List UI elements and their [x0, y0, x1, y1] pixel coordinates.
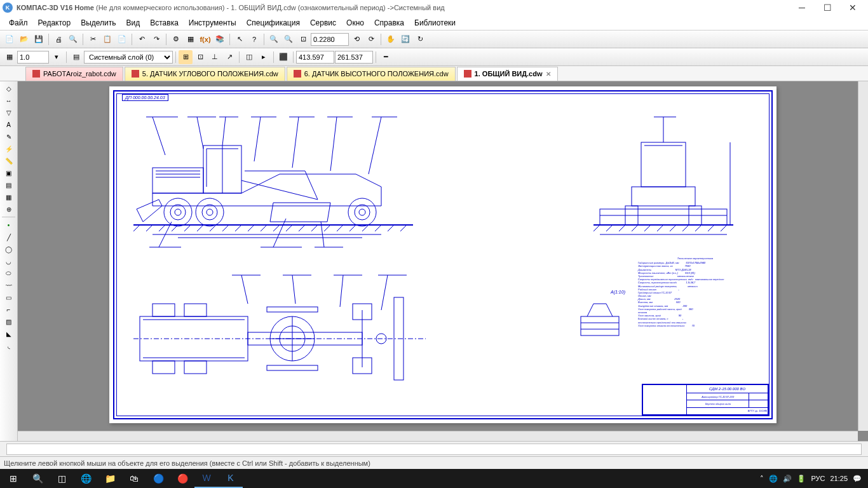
store-icon[interactable]: 🛍	[122, 469, 146, 488]
geometry-tool[interactable]: ◇	[1, 83, 17, 94]
menu-service[interactable]: Сервис	[305, 17, 341, 29]
tab-datchik5[interactable]: 5. ДАТЧИК УГЛОВОГО ПОЛОЖЕНИЯ.cdw	[125, 67, 285, 81]
zoom-next-button[interactable]: ⟳	[364, 32, 378, 46]
line-tool[interactable]: ╱	[1, 231, 17, 243]
stop-button[interactable]: ⬛	[276, 50, 290, 64]
spec-tool[interactable]: ▤	[1, 179, 17, 191]
ortho-button[interactable]: ⊥	[208, 50, 222, 64]
language-indicator[interactable]: РУС	[811, 475, 825, 482]
new-button[interactable]: 📄	[3, 32, 17, 46]
redo-button[interactable]: ↷	[149, 32, 163, 46]
help-button[interactable]: ?	[247, 32, 261, 46]
network-icon[interactable]: 🌐	[769, 475, 778, 483]
menu-edit[interactable]: Редактор	[33, 17, 76, 29]
app1-icon[interactable]: 🔵	[146, 469, 170, 488]
tab-datchik6[interactable]: 6. ДАТЧИК ВЫСОТНОГО ПОЛОЖЕНИЯ.cdw	[287, 67, 456, 81]
insert-tool[interactable]: ⊕	[1, 203, 17, 215]
hatch-tool[interactable]: ▨	[1, 316, 17, 327]
tray-up-icon[interactable]: ˄	[760, 475, 764, 483]
zoom-fit-button[interactable]: ⊡	[296, 32, 310, 46]
view-button[interactable]: ◫	[242, 50, 256, 64]
arc-tool[interactable]: ◡	[1, 255, 17, 267]
property-input[interactable]	[6, 444, 862, 455]
dimension-tool[interactable]: ↔	[1, 95, 17, 106]
layers-button[interactable]: ▦	[184, 32, 198, 46]
chamfer-tool[interactable]: ◣	[1, 328, 17, 339]
explorer-icon[interactable]: 📁	[98, 469, 122, 488]
zoom-input[interactable]	[311, 33, 349, 46]
snap-button[interactable]: ⊞	[179, 50, 193, 64]
save-button[interactable]: 💾	[32, 32, 46, 46]
zoom-prev-button[interactable]: ⟲	[349, 32, 363, 46]
zoom-out-button[interactable]: 🔍	[281, 32, 295, 46]
menu-spec[interactable]: Спецификация	[241, 17, 305, 29]
paste-button[interactable]: 📄	[115, 32, 129, 46]
word-icon[interactable]: W	[194, 469, 219, 488]
layer-select[interactable]: Системный слой (0)	[84, 51, 173, 64]
search-button[interactable]: 🔍	[25, 469, 50, 488]
polyline-tool[interactable]: ⌐	[1, 304, 17, 315]
text-tool[interactable]: A	[1, 119, 17, 130]
layer-manager-button[interactable]: ▤	[69, 50, 83, 64]
tab-rabota[interactable]: РАБОТАroiz_rabot.cdw	[25, 67, 123, 81]
open-button[interactable]: 📂	[17, 32, 31, 46]
copy-button[interactable]: 📋	[100, 32, 114, 46]
grid-button[interactable]: ⊡	[193, 50, 207, 64]
properties-button[interactable]: ⚙	[169, 32, 183, 46]
pan-button[interactable]: ✋	[384, 32, 398, 46]
zoom-in-button[interactable]: 🔍	[267, 32, 281, 46]
maximize-button[interactable]: ☐	[815, 0, 840, 15]
menu-insert[interactable]: Вставка	[145, 17, 184, 29]
menu-libs[interactable]: Библиотеки	[409, 17, 461, 29]
close-icon[interactable]: ✕	[546, 71, 551, 78]
measure-tool[interactable]: 📏	[1, 155, 17, 166]
report-tool[interactable]: ▦	[1, 191, 17, 203]
edit-tool[interactable]: ✎	[1, 131, 17, 142]
menu-select[interactable]: Выделить	[76, 17, 121, 29]
scrollbar-vertical[interactable]	[858, 81, 868, 431]
tab-obshiy-vid[interactable]: 1. ОБЩИЙ ВИД.cdw ✕	[457, 67, 558, 81]
chrome-icon[interactable]: 🔴	[170, 469, 194, 488]
print-button[interactable]: 🖨	[51, 32, 65, 46]
preview-button[interactable]: 🔍	[66, 32, 80, 46]
battery-icon[interactable]: 🔋	[797, 475, 806, 483]
close-button[interactable]: ✕	[840, 0, 865, 15]
scale-dropdown-icon[interactable]: ▾	[50, 50, 64, 64]
menu-tools[interactable]: Инструменты	[184, 17, 241, 29]
scale-input[interactable]	[17, 51, 49, 64]
coord-y-input[interactable]	[335, 51, 373, 64]
pointer-button[interactable]: ↖	[233, 32, 247, 46]
menu-view[interactable]: Вид	[121, 17, 146, 29]
drawing-canvas[interactable]: ДП 000.00.00.24.03	[18, 81, 868, 441]
rect-tool[interactable]: ▭	[1, 292, 17, 303]
notifications-icon[interactable]: 💬	[853, 475, 862, 483]
undo-button[interactable]: ↶	[135, 32, 149, 46]
spline-tool[interactable]: 〰	[1, 280, 17, 291]
circle-tool[interactable]: ◯	[1, 243, 17, 255]
clock[interactable]: 21:25	[830, 475, 848, 482]
view-state-button[interactable]: ▦	[3, 50, 17, 64]
scrollbar-horizontal[interactable]	[18, 431, 858, 441]
local-cs-button[interactable]: ↗	[222, 50, 236, 64]
menu-file[interactable]: Файл	[4, 17, 33, 29]
volume-icon[interactable]: 🔊	[783, 475, 792, 483]
cut-button[interactable]: ✂	[86, 32, 100, 46]
param-tool[interactable]: ⚡	[1, 143, 17, 154]
edge-icon[interactable]: 🌐	[74, 469, 98, 488]
line-style-button[interactable]: ━	[379, 50, 393, 64]
view-next-button[interactable]: ▸	[257, 50, 271, 64]
ellipse-tool[interactable]: ⬭	[1, 268, 17, 279]
fillet-tool[interactable]: ◟	[1, 340, 17, 351]
variables-button[interactable]: f(x)	[198, 32, 212, 46]
select-tool[interactable]: ▣	[1, 167, 17, 179]
menu-window[interactable]: Окно	[341, 17, 369, 29]
start-button[interactable]: ⊞	[1, 469, 25, 488]
library-button[interactable]: 📚	[213, 32, 227, 46]
point-tool[interactable]: •	[1, 219, 17, 231]
task-view-button[interactable]: ◫	[50, 469, 74, 488]
kompas-icon[interactable]: K	[219, 469, 243, 488]
symbol-tool[interactable]: ▽	[1, 107, 17, 118]
rotate-button[interactable]: 🔄	[398, 32, 412, 46]
menu-help[interactable]: Справка	[369, 17, 409, 29]
refresh-button[interactable]: ↻	[413, 32, 427, 46]
